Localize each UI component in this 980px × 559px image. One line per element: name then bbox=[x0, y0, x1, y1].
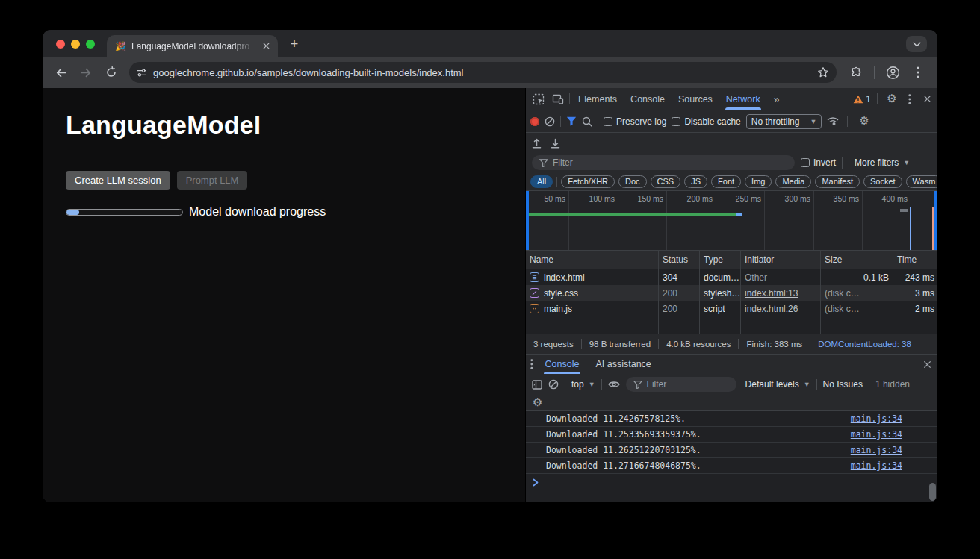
checkbox-icon[interactable] bbox=[801, 158, 810, 167]
url-text[interactable]: googlechrome.github.io/samples/downloadi… bbox=[153, 67, 811, 78]
device-toolbar-icon[interactable] bbox=[550, 93, 566, 105]
inspect-element-icon[interactable] bbox=[530, 93, 547, 105]
profile-button[interactable] bbox=[881, 60, 905, 84]
tab-console[interactable]: Console bbox=[625, 88, 670, 110]
source-link[interactable]: main.js:34 bbox=[851, 445, 902, 455]
url-bar[interactable]: googlechrome.github.io/samples/downloadi… bbox=[129, 62, 837, 83]
more-filters-label: More filters bbox=[855, 157, 899, 168]
live-expression-eye-icon[interactable] bbox=[608, 380, 620, 389]
maximize-window-button[interactable] bbox=[86, 40, 95, 49]
export-har-icon[interactable] bbox=[551, 138, 560, 149]
network-conditions-icon[interactable] bbox=[827, 116, 839, 126]
site-settings-icon[interactable] bbox=[136, 67, 147, 78]
console-message[interactable]: Downloaded 11.26251220703125%. main.js:3… bbox=[526, 443, 937, 458]
col-initiator[interactable]: Initiator bbox=[741, 251, 821, 269]
chip-css[interactable]: CSS bbox=[651, 175, 681, 188]
source-link[interactable]: main.js:34 bbox=[851, 413, 902, 424]
col-type[interactable]: Type bbox=[700, 251, 741, 269]
extensions-button[interactable] bbox=[844, 60, 868, 84]
console-message[interactable]: Downloaded 11.25335693359375%. main.js:3… bbox=[526, 427, 937, 443]
tab-elements[interactable]: Elements bbox=[573, 88, 622, 110]
col-status[interactable]: Status bbox=[659, 251, 700, 269]
throttling-select[interactable]: No throttling ▼ bbox=[746, 114, 822, 129]
source-link[interactable]: main.js:34 bbox=[851, 460, 902, 471]
warnings-badge[interactable]: 1 bbox=[853, 94, 871, 104]
more-filters-button[interactable]: More filters ▼ bbox=[855, 157, 910, 168]
network-overview-timeline[interactable]: 50 ms 100 ms 150 ms 200 ms 250 ms 300 ms… bbox=[526, 191, 937, 251]
console-prompt[interactable] bbox=[526, 474, 937, 490]
devtools-settings-icon[interactable]: ⚙ bbox=[884, 93, 900, 104]
chip-img[interactable]: Img bbox=[745, 175, 772, 188]
overview-left-handle[interactable] bbox=[526, 191, 529, 250]
clear-network-log-icon[interactable] bbox=[545, 116, 555, 127]
drawer-close-icon[interactable] bbox=[923, 360, 931, 369]
page-title: LanguageModel bbox=[66, 110, 525, 140]
console-message[interactable]: Downloaded 11.24267578125%. main.js:34 bbox=[526, 411, 937, 427]
more-tabs-icon[interactable]: » bbox=[769, 88, 785, 110]
table-row[interactable]: main.js 200 script index.html:26 (disk c… bbox=[526, 301, 937, 316]
col-size[interactable]: Size bbox=[821, 251, 893, 269]
source-link[interactable]: main.js:34 bbox=[851, 429, 902, 440]
reload-button[interactable] bbox=[99, 60, 123, 84]
import-har-icon[interactable] bbox=[532, 138, 542, 149]
tab-sources[interactable]: Sources bbox=[673, 88, 718, 110]
browser-tab[interactable]: 🎉 LanguageModel downloadpro bbox=[107, 35, 278, 57]
checkbox-icon[interactable] bbox=[672, 117, 680, 126]
context-select[interactable]: top ▼ bbox=[571, 379, 595, 390]
progress-fill bbox=[66, 210, 79, 215]
preserve-log-checkbox[interactable]: Preserve log bbox=[604, 116, 666, 127]
chip-media[interactable]: Media bbox=[775, 175, 811, 188]
minimize-window-button[interactable] bbox=[71, 40, 80, 49]
console-filter-input[interactable]: Filter bbox=[626, 377, 736, 392]
chip-font[interactable]: Font bbox=[711, 175, 741, 188]
timeline-activity-bar bbox=[526, 213, 736, 216]
initiator-link[interactable]: index.html:26 bbox=[745, 304, 798, 314]
chip-js[interactable]: JS bbox=[684, 175, 707, 188]
chip-socket[interactable]: Socket bbox=[863, 175, 902, 188]
create-llm-session-button[interactable]: Create LLM session bbox=[66, 171, 170, 190]
col-name[interactable]: Name bbox=[526, 251, 659, 269]
console-sidebar-icon[interactable] bbox=[532, 380, 542, 390]
tab-network[interactable]: Network bbox=[721, 88, 766, 110]
drawer-menu-icon[interactable] bbox=[530, 359, 533, 369]
record-network-log-icon[interactable] bbox=[530, 117, 539, 126]
hidden-messages-count[interactable]: 1 hidden bbox=[875, 379, 910, 390]
clear-console-icon[interactable] bbox=[548, 379, 559, 390]
console-settings-icon[interactable]: ⚙ bbox=[533, 397, 542, 408]
filter-toggle-icon[interactable] bbox=[566, 116, 577, 126]
drawer-tab-ai-assistance[interactable]: AI assistance bbox=[591, 355, 655, 374]
console-message[interactable]: Downloaded 11.27166748046875%. main.js:3… bbox=[526, 458, 937, 474]
chip-wasm[interactable]: Wasm bbox=[906, 175, 937, 188]
close-window-button[interactable] bbox=[56, 40, 65, 49]
disable-cache-checkbox[interactable]: Disable cache bbox=[672, 116, 740, 127]
network-filter-input[interactable]: Filter bbox=[532, 155, 795, 170]
browser-menu-button[interactable] bbox=[906, 60, 930, 84]
console-scrollbar-thumb[interactable] bbox=[929, 483, 936, 501]
tab-search-button[interactable] bbox=[906, 36, 927, 52]
initiator-link[interactable]: index.html:13 bbox=[745, 288, 798, 299]
overview-right-handle[interactable] bbox=[934, 191, 937, 250]
log-levels-select[interactable]: Default levels ▼ bbox=[745, 379, 810, 390]
table-row[interactable]: style.css 200 stylesh… index.html:13 (di… bbox=[526, 285, 937, 301]
devtools-close-icon[interactable] bbox=[919, 95, 934, 103]
network-settings-icon[interactable]: ⚙ bbox=[859, 116, 869, 127]
chip-doc[interactable]: Doc bbox=[618, 175, 647, 188]
col-time[interactable]: Time bbox=[893, 251, 937, 269]
chip-manifest[interactable]: Manifest bbox=[815, 175, 860, 188]
invert-checkbox[interactable]: Invert bbox=[801, 157, 836, 168]
preserve-log-label: Preserve log bbox=[616, 116, 666, 127]
close-tab-icon[interactable] bbox=[260, 40, 272, 52]
new-tab-button[interactable]: + bbox=[285, 35, 303, 53]
forward-button[interactable] bbox=[74, 60, 98, 84]
issues-counter[interactable]: No Issues bbox=[823, 379, 863, 390]
checkbox-icon[interactable] bbox=[604, 117, 612, 126]
chip-all[interactable]: All bbox=[530, 175, 553, 188]
bookmark-star-icon[interactable] bbox=[817, 66, 829, 78]
table-row[interactable]: index.html 304 docum… Other 0.1 kB 243 m… bbox=[526, 269, 937, 285]
chip-fetch-xhr[interactable]: Fetch/XHR bbox=[561, 175, 615, 188]
search-icon[interactable] bbox=[582, 116, 592, 127]
drawer-tab-console[interactable]: Console bbox=[541, 355, 584, 374]
tick-label: 250 ms bbox=[722, 194, 761, 203]
back-button[interactable] bbox=[49, 60, 72, 84]
devtools-menu-icon[interactable] bbox=[903, 94, 917, 104]
